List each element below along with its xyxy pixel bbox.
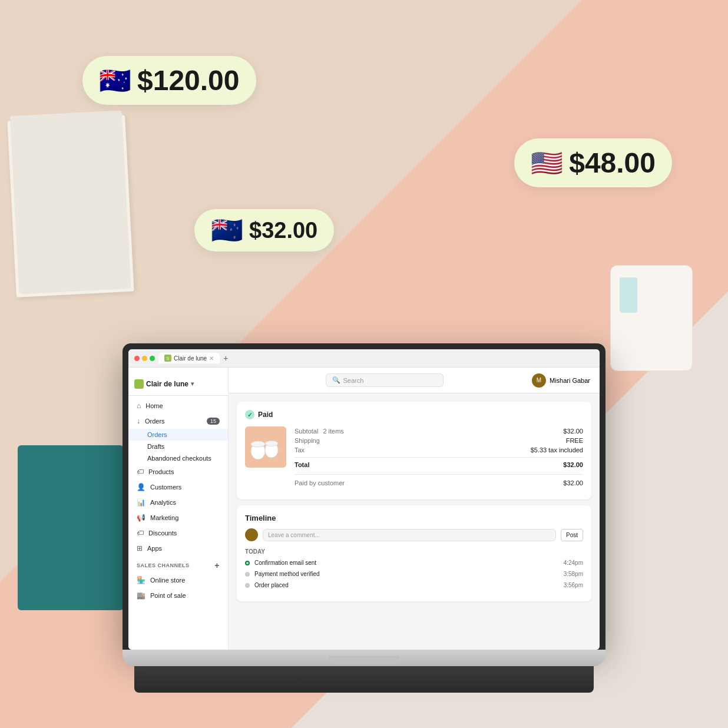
price-badge-us: 🇺🇸 $48.00 [514,138,672,187]
avatar: M [532,373,546,388]
sidebar-label-apps: Apps [147,545,162,552]
comment-input[interactable]: Leave a comment... [263,529,556,541]
sidebar-item-home[interactable]: ⌂ Home [128,398,228,413]
home-icon: ⌂ [137,402,141,410]
marketing-icon: 📢 [137,514,145,522]
sidebar-label-drafts: Drafts [147,443,164,450]
sidebar-label-analytics: Analytics [150,499,176,506]
user-name: Mishari Gabar [550,377,590,384]
sidebar-item-analytics[interactable]: 📊 Analytics [128,495,228,510]
laptop-touchpad [329,656,399,664]
sidebar-label-orders: Orders [145,418,165,425]
paid-by-value: $32.00 [563,479,583,487]
sidebar-item-marketing[interactable]: 📢 Marketing [128,510,228,525]
sidebar-label-online-store: Online store [150,577,185,584]
laptop-screen: S Clair de lune ✕ + Clair de lu [128,349,600,650]
analytics-icon: 📊 [137,498,145,507]
svg-point-2 [251,441,265,447]
timeline-event-text-3: Order placed [254,582,559,588]
search-icon: 🔍 [332,376,340,384]
sidebar-label-customers: Customers [150,484,181,491]
sidebar-item-point-of-sale[interactable]: 🏬 Point of sale [128,588,228,603]
teal-box-decoration [18,445,124,610]
sidebar-label-home: Home [145,402,163,409]
flag-us-icon: 🇺🇸 [531,150,563,176]
timeline-event-text-2: Payment method verified [254,571,559,577]
sidebar-label-marketing: Marketing [150,514,178,521]
sidebar-label-discounts: Discounts [148,530,177,537]
timeline-title: Timeline [245,514,583,522]
admin-layout: Clair de lune ▾ ⌂ Home ↓ Orders 15 [128,368,600,650]
minimize-button[interactable] [142,356,147,361]
order-details: Subtotal 2 items $32.00 Shipping FREE [294,426,583,491]
timeline-dot-3 [245,583,250,588]
shopify-favicon: S [164,355,171,362]
new-tab-button[interactable]: + [223,353,228,363]
admin-header-bar: 🔍 Search M Mishari Gabar [229,368,600,393]
sidebar-item-online-store[interactable]: 🏪 Online store [128,573,228,588]
total-value: $32.00 [563,461,583,468]
sidebar-header: Clair de lune ▾ [128,372,228,396]
store-name-label: Clair de lune [146,380,188,388]
timeline-event-2: Payment method verified 3:58pm [245,571,583,577]
keyboard [134,666,594,693]
laptop-screen-outer: S Clair de lune ✕ + Clair de lu [123,343,605,650]
paid-by-label: Paid by customer [294,479,345,487]
paid-status: ✓ Paid [245,410,583,419]
svg-point-4 [265,441,278,446]
user-info: M Mishari Gabar [532,373,590,388]
tab-title: Clair de lune [174,355,207,362]
order-subtotal-row: Subtotal 2 items $32.00 [294,426,583,436]
search-bar[interactable]: 🔍 Search [326,373,444,387]
main-area: 🔍 Search M Mishari Gabar [229,368,600,650]
maximize-button[interactable] [150,356,155,361]
sidebar: Clair de lune ▾ ⌂ Home ↓ Orders 15 [128,368,229,650]
price-us: $48.00 [569,147,656,179]
sidebar-item-orders[interactable]: ↓ Orders 15 [128,413,228,429]
product-image [245,426,286,468]
sidebar-item-discounts[interactable]: 🏷 Discounts [128,525,228,541]
discounts-icon: 🏷 [137,529,144,537]
order-shipping-row: Shipping FREE [294,436,583,445]
laptop: S Clair de lune ✕ + Clair de lu [123,343,605,693]
sidebar-label-products: Products [148,468,174,475]
price-nz: $32.00 [249,218,317,243]
price-badge-au: 🇦🇺 $120.00 [82,56,256,105]
close-button[interactable] [134,356,140,361]
sidebar-subitem-orders[interactable]: Orders [128,429,228,441]
main-content: ✓ Paid [229,393,600,650]
timeline-dot-1 [245,561,250,565]
sidebar-item-customers[interactable]: 👤 Customers [128,479,228,495]
orders-badge: 15 [207,418,220,425]
subtotal-label: Subtotal [294,428,318,435]
subtotal-items: 2 items [323,428,343,435]
subtotal-value: $32.00 [563,428,583,435]
shipping-label: Shipping [294,437,320,444]
post-button[interactable]: Post [561,529,583,541]
timeline-event-time-3: 3:56pm [564,582,583,588]
traffic-lights [134,356,155,361]
add-channel-icon[interactable]: + [214,561,220,570]
product-illustration [245,426,286,468]
customers-icon: 👤 [137,483,145,491]
orders-icon: ↓ [137,417,140,425]
sidebar-item-products[interactable]: 🏷 Products [128,464,228,479]
browser-tab[interactable]: S Clair de lune ✕ [158,353,220,363]
sales-channels-label: SALES CHANNELS [137,562,190,568]
order-content: Subtotal 2 items $32.00 Shipping FREE [245,426,583,491]
sidebar-item-apps[interactable]: ⊞ Apps [128,541,228,556]
sidebar-subitem-abandoned[interactable]: Abandoned checkouts [128,452,228,464]
laptop-base [123,650,605,666]
shopify-logo-icon [134,379,144,389]
tab-close-icon[interactable]: ✕ [209,355,214,362]
total-label: Total [294,461,309,468]
flag-nz-icon: 🇳🇿 [211,217,243,243]
order-total-row: Total $32.00 [294,457,583,469]
store-dropdown-icon[interactable]: ▾ [191,380,194,387]
timeline-event-text-1: Confirmation email sent [254,560,559,566]
order-paid-row: Paid by customer $32.00 [294,474,583,491]
sidebar-label-pos: Point of sale [150,592,186,599]
tax-value: $5.33 tax included [531,446,583,454]
sidebar-subitem-drafts[interactable]: Drafts [128,441,228,452]
comment-box: Leave a comment... Post [245,528,583,541]
